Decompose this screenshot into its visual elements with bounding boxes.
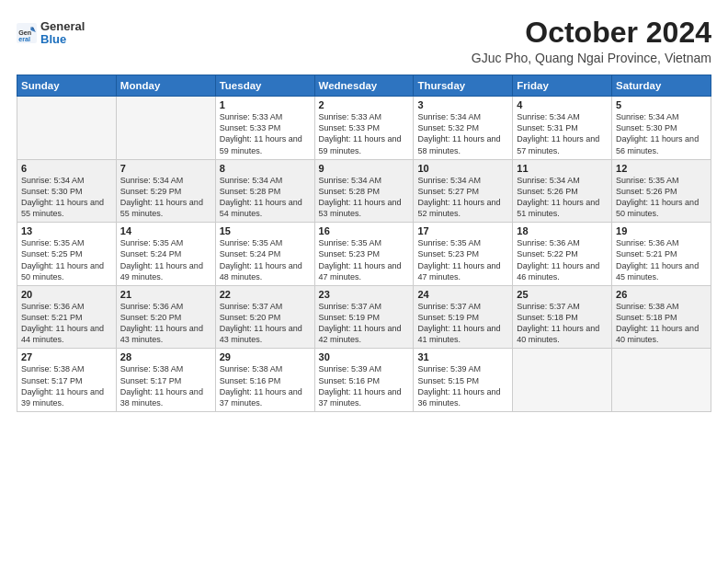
cell-info: Sunrise: 5:38 AM Sunset: 5:17 PM Dayligh…	[21, 363, 112, 408]
calendar-cell: 1Sunrise: 5:33 AM Sunset: 5:33 PM Daylig…	[215, 97, 314, 160]
header-thursday: Thursday	[414, 75, 513, 97]
cell-info: Sunrise: 5:39 AM Sunset: 5:15 PM Dayligh…	[417, 363, 508, 408]
cell-day-number: 7	[120, 163, 211, 174]
cell-day-number: 6	[21, 163, 112, 174]
header-monday: Monday	[116, 75, 215, 97]
calendar-cell: 15Sunrise: 5:35 AM Sunset: 5:24 PM Dayli…	[215, 223, 314, 286]
cell-day-number: 20	[21, 289, 112, 300]
cell-day-number: 14	[120, 225, 211, 236]
cell-info: Sunrise: 5:39 AM Sunset: 5:16 PM Dayligh…	[319, 363, 410, 408]
cell-info: Sunrise: 5:35 AM Sunset: 5:23 PM Dayligh…	[417, 237, 508, 282]
calendar-cell	[116, 97, 215, 160]
cell-day-number: 16	[319, 225, 410, 236]
calendar-cell: 7Sunrise: 5:34 AM Sunset: 5:29 PM Daylig…	[116, 159, 215, 223]
calendar-cell: 10Sunrise: 5:34 AM Sunset: 5:27 PM Dayli…	[414, 159, 513, 223]
cell-day-number: 29	[220, 351, 311, 362]
logo-blue-text: Blue	[40, 33, 85, 46]
calendar-cell	[513, 349, 612, 412]
calendar-cell: 18Sunrise: 5:36 AM Sunset: 5:22 PM Dayli…	[513, 223, 612, 286]
cell-day-number: 15	[220, 225, 311, 236]
cell-day-number: 17	[417, 225, 508, 236]
calendar-cell: 25Sunrise: 5:37 AM Sunset: 5:18 PM Dayli…	[513, 285, 612, 349]
cell-info: Sunrise: 5:34 AM Sunset: 5:32 PM Dayligh…	[417, 111, 508, 156]
cell-day-number: 2	[319, 99, 410, 110]
cell-day-number: 19	[616, 225, 707, 236]
header-friday: Friday	[513, 75, 612, 97]
calendar-cell	[17, 97, 117, 160]
logo: Gen eral General Blue	[17, 20, 85, 47]
title-block: October 2024 GJuc Pho, Quang Ngai Provin…	[472, 17, 711, 65]
cell-day-number: 31	[417, 351, 508, 362]
calendar-cell: 24Sunrise: 5:37 AM Sunset: 5:19 PM Dayli…	[414, 285, 513, 349]
cell-day-number: 5	[616, 99, 707, 110]
cell-info: Sunrise: 5:37 AM Sunset: 5:18 PM Dayligh…	[517, 301, 608, 346]
calendar-cell: 4Sunrise: 5:34 AM Sunset: 5:31 PM Daylig…	[513, 97, 612, 160]
calendar-cell: 9Sunrise: 5:34 AM Sunset: 5:28 PM Daylig…	[314, 159, 414, 223]
cell-info: Sunrise: 5:36 AM Sunset: 5:22 PM Dayligh…	[517, 237, 608, 282]
calendar-cell: 17Sunrise: 5:35 AM Sunset: 5:23 PM Dayli…	[414, 223, 513, 286]
month-title: October 2024	[472, 17, 711, 49]
calendar-cell: 8Sunrise: 5:34 AM Sunset: 5:28 PM Daylig…	[215, 159, 314, 223]
cell-info: Sunrise: 5:37 AM Sunset: 5:19 PM Dayligh…	[319, 301, 410, 346]
cell-info: Sunrise: 5:35 AM Sunset: 5:24 PM Dayligh…	[120, 237, 211, 282]
calendar-cell: 22Sunrise: 5:37 AM Sunset: 5:20 PM Dayli…	[215, 285, 314, 349]
calendar-cell: 11Sunrise: 5:34 AM Sunset: 5:26 PM Dayli…	[513, 159, 612, 223]
location-text: GJuc Pho, Quang Ngai Province, Vietnam	[472, 51, 711, 65]
cell-day-number: 21	[120, 289, 211, 300]
cell-info: Sunrise: 5:37 AM Sunset: 5:20 PM Dayligh…	[220, 301, 311, 346]
calendar-cell: 20Sunrise: 5:36 AM Sunset: 5:21 PM Dayli…	[17, 285, 117, 349]
calendar-cell: 14Sunrise: 5:35 AM Sunset: 5:24 PM Dayli…	[116, 223, 215, 286]
calendar-cell: 12Sunrise: 5:35 AM Sunset: 5:26 PM Dayli…	[612, 159, 711, 223]
calendar-cell: 28Sunrise: 5:38 AM Sunset: 5:17 PM Dayli…	[116, 349, 215, 412]
header-saturday: Saturday	[612, 75, 711, 97]
header-wednesday: Wednesday	[314, 75, 414, 97]
cell-info: Sunrise: 5:34 AM Sunset: 5:30 PM Dayligh…	[21, 175, 112, 220]
cell-day-number: 1	[220, 99, 311, 110]
calendar-cell: 3Sunrise: 5:34 AM Sunset: 5:32 PM Daylig…	[414, 97, 513, 160]
cell-info: Sunrise: 5:38 AM Sunset: 5:18 PM Dayligh…	[616, 301, 707, 346]
calendar-week-row: 27Sunrise: 5:38 AM Sunset: 5:17 PM Dayli…	[17, 349, 711, 412]
cell-day-number: 10	[417, 163, 508, 174]
cell-info: Sunrise: 5:33 AM Sunset: 5:33 PM Dayligh…	[220, 111, 311, 156]
cell-info: Sunrise: 5:34 AM Sunset: 5:28 PM Dayligh…	[319, 175, 410, 220]
cell-day-number: 4	[517, 99, 608, 110]
cell-info: Sunrise: 5:38 AM Sunset: 5:17 PM Dayligh…	[120, 363, 211, 408]
calendar-week-row: 1Sunrise: 5:33 AM Sunset: 5:33 PM Daylig…	[17, 97, 711, 160]
cell-info: Sunrise: 5:34 AM Sunset: 5:28 PM Dayligh…	[220, 175, 311, 220]
calendar-cell: 29Sunrise: 5:38 AM Sunset: 5:16 PM Dayli…	[215, 349, 314, 412]
calendar-cell: 27Sunrise: 5:38 AM Sunset: 5:17 PM Dayli…	[17, 349, 117, 412]
header-sunday: Sunday	[17, 75, 117, 97]
cell-day-number: 23	[319, 289, 410, 300]
cell-info: Sunrise: 5:34 AM Sunset: 5:26 PM Dayligh…	[517, 175, 608, 220]
calendar-header-row: Sunday Monday Tuesday Wednesday Thursday…	[17, 75, 711, 97]
cell-day-number: 30	[319, 351, 410, 362]
cell-day-number: 27	[21, 351, 112, 362]
cell-day-number: 8	[220, 163, 311, 174]
cell-info: Sunrise: 5:34 AM Sunset: 5:27 PM Dayligh…	[417, 175, 508, 220]
calendar-table: Sunday Monday Tuesday Wednesday Thursday…	[17, 75, 711, 412]
calendar-cell: 21Sunrise: 5:36 AM Sunset: 5:20 PM Dayli…	[116, 285, 215, 349]
cell-info: Sunrise: 5:35 AM Sunset: 5:25 PM Dayligh…	[21, 237, 112, 282]
cell-info: Sunrise: 5:35 AM Sunset: 5:26 PM Dayligh…	[616, 175, 707, 220]
cell-day-number: 12	[616, 163, 707, 174]
cell-info: Sunrise: 5:38 AM Sunset: 5:16 PM Dayligh…	[220, 363, 311, 408]
calendar-cell: 2Sunrise: 5:33 AM Sunset: 5:33 PM Daylig…	[314, 97, 414, 160]
logo-general-text: General	[40, 20, 85, 33]
calendar-cell: 23Sunrise: 5:37 AM Sunset: 5:19 PM Dayli…	[314, 285, 414, 349]
cell-info: Sunrise: 5:37 AM Sunset: 5:19 PM Dayligh…	[417, 301, 508, 346]
calendar-cell: 19Sunrise: 5:36 AM Sunset: 5:21 PM Dayli…	[612, 223, 711, 286]
calendar-week-row: 6Sunrise: 5:34 AM Sunset: 5:30 PM Daylig…	[17, 159, 711, 223]
cell-info: Sunrise: 5:34 AM Sunset: 5:30 PM Dayligh…	[616, 111, 707, 156]
cell-info: Sunrise: 5:33 AM Sunset: 5:33 PM Dayligh…	[319, 111, 410, 156]
logo-text: General Blue	[40, 20, 85, 47]
calendar-cell: 31Sunrise: 5:39 AM Sunset: 5:15 PM Dayli…	[414, 349, 513, 412]
cell-day-number: 3	[417, 99, 508, 110]
header-tuesday: Tuesday	[215, 75, 314, 97]
calendar-cell: 5Sunrise: 5:34 AM Sunset: 5:30 PM Daylig…	[612, 97, 711, 160]
calendar-cell: 30Sunrise: 5:39 AM Sunset: 5:16 PM Dayli…	[314, 349, 414, 412]
calendar-week-row: 20Sunrise: 5:36 AM Sunset: 5:21 PM Dayli…	[17, 285, 711, 349]
calendar-cell: 16Sunrise: 5:35 AM Sunset: 5:23 PM Dayli…	[314, 223, 414, 286]
cell-day-number: 18	[517, 225, 608, 236]
cell-info: Sunrise: 5:36 AM Sunset: 5:20 PM Dayligh…	[120, 301, 211, 346]
cell-info: Sunrise: 5:34 AM Sunset: 5:31 PM Dayligh…	[517, 111, 608, 156]
